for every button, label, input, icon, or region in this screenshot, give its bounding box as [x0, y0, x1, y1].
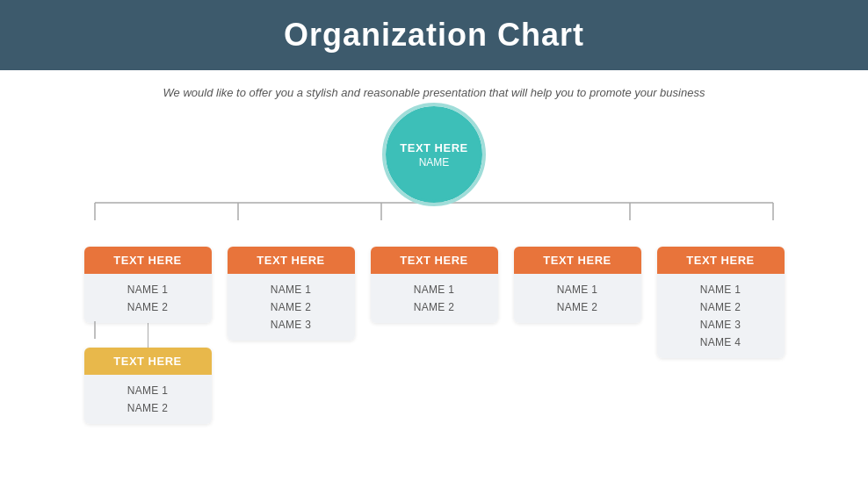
card-1-name-1: NAME 1 [93, 281, 203, 298]
card-1-child-name-1: NAME 1 [93, 382, 203, 399]
card-4-name-2: NAME 2 [523, 298, 633, 316]
card-5-body: NAME 1 NAME 2 NAME 3 NAME 4 [657, 274, 785, 358]
card-1: TEXT HERE NAME 1 NAME 2 [84, 247, 212, 323]
card-1-child: TEXT HERE NAME 1 NAME 2 [84, 348, 212, 424]
card-4-header: TEXT HERE [514, 247, 641, 274]
level2-row: TEXT HERE NAME 1 NAME 2 TEXT HERE NAME 1… [0, 247, 868, 424]
header: Organization Chart [0, 0, 868, 70]
card-4-body: NAME 1 NAME 2 [514, 274, 641, 323]
card-3: TEXT HERE NAME 1 NAME 2 [371, 247, 498, 323]
card-1-body: NAME 1 NAME 2 [84, 274, 212, 323]
card-3-name-2: NAME 2 [380, 298, 489, 316]
card-1-child-body: NAME 1 NAME 2 [84, 375, 212, 424]
root-name: NAME [419, 156, 450, 169]
card-2: TEXT HERE NAME 1 NAME 2 NAME 3 [228, 247, 355, 341]
card-2-body: NAME 1 NAME 2 NAME 3 [228, 274, 355, 341]
card-5-name-3: NAME 3 [666, 316, 776, 334]
card-5-header: TEXT HERE [657, 247, 785, 274]
card-1-child-header: TEXT HERE [84, 348, 212, 375]
subtitle: We would like to offer you a stylish and… [0, 86, 868, 99]
card-2-name-2: NAME 2 [236, 298, 346, 316]
root-node: TEXT HERE NAME [386, 106, 482, 203]
card-5-name-4: NAME 4 [666, 334, 776, 351]
card-3-header: TEXT HERE [371, 247, 498, 274]
card-5: TEXT HERE NAME 1 NAME 2 NAME 3 NAME 4 [657, 247, 785, 358]
org-chart: TEXT HERE NAME TEXT HERE NAME 1 NAME 2 T… [0, 106, 868, 424]
col1: TEXT HERE NAME 1 NAME 2 TEXT HERE NAME 1… [84, 247, 212, 424]
card-2-name-3: NAME 3 [236, 316, 346, 334]
card-1-name-2: NAME 2 [93, 298, 203, 316]
root-title: TEXT HERE [400, 141, 467, 154]
card-5-name-1: NAME 1 [666, 281, 776, 298]
card-3-name-1: NAME 1 [380, 281, 489, 298]
card-4: TEXT HERE NAME 1 NAME 2 [514, 247, 641, 323]
card-4-name-1: NAME 1 [523, 281, 633, 298]
header-title: Organization Chart [284, 17, 584, 54]
card-1-header: TEXT HERE [84, 247, 212, 274]
card-2-name-1: NAME 1 [236, 281, 346, 298]
card-5-name-2: NAME 2 [666, 298, 776, 316]
card-2-header: TEXT HERE [228, 247, 355, 274]
card-1-child-name-2: NAME 2 [93, 399, 203, 417]
card-3-body: NAME 1 NAME 2 [371, 274, 498, 323]
